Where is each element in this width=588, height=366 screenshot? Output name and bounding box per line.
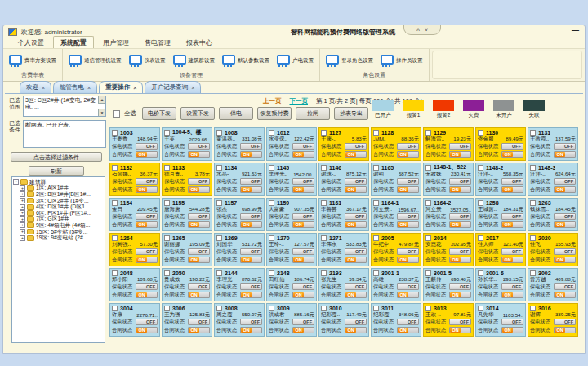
protect-status-toggle[interactable]: OFF (188, 213, 210, 220)
switch-status-toggle[interactable]: ON (136, 221, 158, 228)
room-checkbox[interactable] (269, 165, 274, 171)
switch-status-toggle[interactable]: ON (554, 257, 576, 263)
protect-status-toggle[interactable]: OFF (345, 283, 367, 290)
switch-status-toggle[interactable]: ON (345, 186, 367, 193)
room-checkbox[interactable] (112, 200, 118, 206)
room-checkbox[interactable] (478, 270, 483, 276)
switch-status-toggle[interactable]: ON (345, 327, 367, 333)
room-checkbox[interactable] (530, 165, 536, 171)
minimize-button[interactable]: — (572, 26, 579, 34)
switch-status-toggle[interactable]: ON (449, 186, 471, 193)
tab-1[interactable]: 欢迎× (20, 81, 51, 93)
switch-status-toggle[interactable]: ON (501, 221, 523, 228)
room-checkbox[interactable] (112, 165, 118, 171)
switch-status-toggle[interactable]: ON (292, 186, 314, 193)
switch-status-toggle[interactable]: ON (501, 292, 523, 298)
protect-status-toggle[interactable]: OFF (240, 213, 262, 220)
room-checkbox[interactable] (269, 200, 274, 206)
protect-status-toggle[interactable]: OFF (554, 248, 576, 255)
tree-expand-icon[interactable]: + (20, 198, 25, 203)
protect-status-toggle[interactable]: OFF (345, 213, 367, 220)
switch-status-toggle[interactable]: ON (554, 151, 576, 158)
tab-3[interactable]: 重要操作× (99, 81, 143, 93)
protect-status-toggle[interactable]: OFF (397, 213, 419, 220)
ribbon-button[interactable]: 户电设置 (275, 54, 315, 68)
tree-expand-icon[interactable]: + (20, 222, 25, 228)
selected-condition-box[interactable]: 断网表, 已开户表. (23, 120, 106, 148)
selected-range-box[interactable]: 3区: C区2#井 (1#变电, 2#变电, ... ▲ ▼ (23, 96, 106, 117)
switch-status-toggle[interactable]: ON (240, 292, 262, 298)
filter-button[interactable]: 点击选择过滤条件 (11, 152, 102, 162)
prev-page-link[interactable]: 上一页 (263, 97, 282, 105)
menu-item-2[interactable]: 系统配置 (53, 36, 94, 48)
switch-status-toggle[interactable]: ON (449, 151, 471, 158)
tab-close-icon[interactable]: × (87, 85, 91, 91)
switch-status-toggle[interactable]: ON (240, 186, 262, 193)
room-checkbox[interactable] (530, 270, 536, 276)
switch-status-toggle[interactable]: ON (188, 186, 210, 193)
room-checkbox[interactable] (425, 235, 431, 241)
protect-status-toggle[interactable]: OFF (240, 319, 262, 325)
protect-status-toggle[interactable]: OFF (136, 319, 158, 325)
room-checkbox[interactable] (321, 165, 327, 171)
protect-status-toggle[interactable]: OFF (554, 319, 576, 325)
room-checkbox[interactable] (425, 165, 431, 171)
protect-status-toggle[interactable]: OFF (397, 143, 419, 150)
protect-status-toggle[interactable]: OFF (397, 248, 419, 255)
room-checkbox[interactable] (478, 200, 483, 206)
tree-item-1[interactable]: +1区: A区1#井 (13, 185, 104, 192)
switch-status-toggle[interactable]: ON (501, 186, 523, 193)
room-checkbox[interactable] (425, 200, 431, 206)
tree-expand-icon[interactable]: + (20, 216, 25, 222)
ribbon-button[interactable]: 操作员设置 (379, 54, 425, 68)
protect-status-toggle[interactable]: OFF (501, 248, 523, 255)
room-checkbox[interactable] (164, 165, 170, 171)
switch-status-toggle[interactable]: ON (345, 221, 367, 228)
tree-item-7[interactable]: +9区: 4#箱电井 (4#箱... (13, 222, 104, 229)
protect-status-toggle[interactable]: OFF (136, 143, 158, 150)
tree-item-8[interactable]: +15区: 5#变站 (5#变... (13, 229, 104, 235)
room-checkbox[interactable] (321, 306, 327, 311)
protect-status-toggle[interactable]: OFF (554, 213, 576, 220)
protect-status-toggle[interactable]: OFF (292, 319, 314, 325)
room-checkbox[interactable] (112, 130, 118, 136)
toolbar-button-6[interactable]: 抄表导出 (334, 107, 368, 120)
room-checkbox[interactable] (373, 200, 379, 206)
tree-expand-icon[interactable]: + (20, 191, 25, 197)
room-checkbox[interactable] (216, 235, 222, 241)
tree-item-9[interactable]: +19区: 9#变电站 (2#... (13, 234, 104, 241)
room-checkbox[interactable] (373, 165, 379, 171)
scroll-up-icon[interactable]: ▲ (98, 96, 105, 104)
switch-status-toggle[interactable]: ON (397, 257, 419, 263)
tree-item-5[interactable]: +6区: F区1#井 (F区1#... (13, 210, 104, 216)
room-checkbox[interactable] (164, 130, 170, 136)
protect-status-toggle[interactable]: OFF (188, 319, 210, 325)
room-checkbox[interactable] (478, 165, 483, 171)
switch-status-toggle[interactable]: ON (449, 257, 471, 263)
room-checkbox[interactable] (425, 130, 431, 136)
protect-status-toggle[interactable]: OFF (345, 178, 367, 185)
switch-status-toggle[interactable]: ON (292, 151, 314, 158)
switch-status-toggle[interactable]: ON (136, 186, 158, 193)
protect-status-toggle[interactable]: OFF (449, 213, 471, 220)
switch-status-toggle[interactable]: ON (397, 327, 419, 333)
protect-status-toggle[interactable]: OFF (449, 178, 471, 185)
protect-status-toggle[interactable]: OFF (397, 319, 419, 325)
protect-status-toggle[interactable]: OFF (345, 319, 367, 325)
switch-status-toggle[interactable]: ON (554, 327, 576, 333)
switch-status-toggle[interactable]: ON (188, 151, 210, 158)
room-checkbox[interactable] (321, 130, 327, 136)
room-checkbox[interactable] (112, 306, 118, 311)
switch-status-toggle[interactable]: ON (397, 292, 419, 298)
protect-status-toggle[interactable]: OFF (136, 213, 158, 220)
room-checkbox[interactable] (164, 306, 170, 311)
switch-status-toggle[interactable]: ON (554, 221, 576, 228)
toolbar-button-5[interactable]: 拉闸 (296, 107, 330, 120)
room-checkbox[interactable] (164, 200, 170, 206)
room-checkbox[interactable] (112, 270, 118, 276)
room-checkbox[interactable] (112, 235, 118, 241)
protect-status-toggle[interactable]: OFF (501, 283, 523, 290)
menu-item-5[interactable]: 报表中心 (180, 37, 219, 48)
protect-status-toggle[interactable]: OFF (554, 283, 576, 290)
tree-expand-icon[interactable]: + (20, 210, 25, 216)
